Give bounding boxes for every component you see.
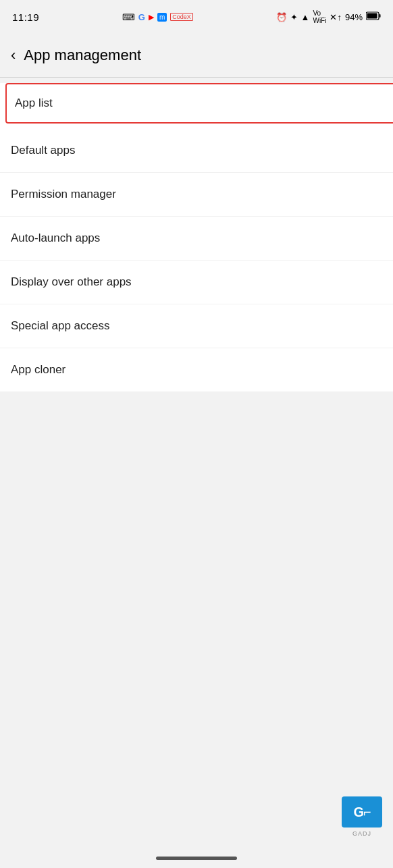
menu-item-auto-launch-apps[interactable]: Auto-launch apps [0,217,393,261]
codeex-icon: CodeX [170,13,193,21]
watermark-label: GADJ [342,830,382,837]
app-bar: ‹ App management [0,34,393,77]
menu-item-default-apps[interactable]: Default apps [0,129,393,173]
alarm-icon: ⏰ [276,12,287,22]
battery-level: 94% [345,12,363,22]
menu-item-app-cloner[interactable]: App cloner [0,348,393,391]
status-right-icons: ⏰ ✦ ▲ VoWiFi ✕↑ 94% [276,9,381,24]
back-button[interactable]: ‹ [11,47,16,64]
watermark-symbol: G⌐ [353,805,370,820]
header-divider [0,77,393,78]
google-icon: G [138,12,145,22]
wifi-icon: ▲ [301,12,310,22]
menu-item-special-app-access[interactable]: Special app access [0,304,393,348]
youtube-icon: ▶ [149,13,154,22]
bluetooth-icon: ✦ [290,12,298,22]
home-indicator [156,857,237,860]
messenger-icon: m [157,13,167,22]
status-bar: 11:19 ⌨ G ▶ m CodeX ⏰ ✦ ▲ VoWiFi ✕↑ 94% [0,0,393,34]
status-time: 11:19 [12,11,39,23]
watermark: G⌐ GADJ [342,796,382,828]
menu-list: App listDefault appsPermission managerAu… [0,83,393,391]
signal-icon: VoWiFi [313,9,326,24]
network-icon: ✕↑ [330,12,342,22]
status-center-icons: ⌨ G ▶ m CodeX [122,12,193,22]
menu-item-permission-manager[interactable]: Permission manager [0,173,393,217]
page-title: App management [24,47,141,64]
menu-item-display-over-other-apps[interactable]: Display over other apps [0,261,393,304]
svg-rect-2 [367,13,377,19]
keyboard-icon: ⌨ [122,12,135,22]
menu-item-app-list[interactable]: App list [5,83,393,124]
battery-icon [366,11,381,23]
svg-rect-1 [379,14,380,18]
